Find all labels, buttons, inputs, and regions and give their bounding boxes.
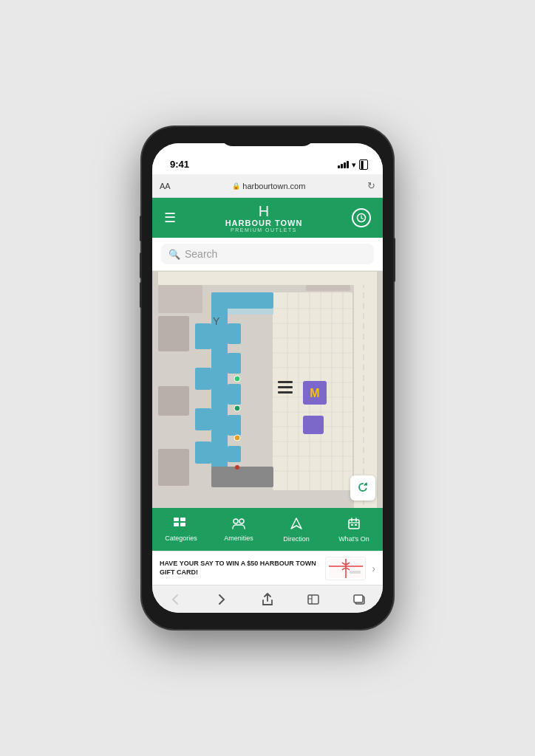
status-bar: 9:41 ▾ ▌ (152, 143, 383, 174)
svg-point-45 (234, 376, 240, 382)
direction-label: Direction (283, 535, 310, 543)
svg-rect-74 (354, 595, 363, 602)
nav-categories[interactable]: Categories (152, 518, 210, 542)
app-header: ☰ H HARBOUR TOWN PREMIUM OUTLETS (152, 198, 383, 238)
search-bar[interactable]: 🔍 Search (152, 238, 383, 271)
status-time: 9:41 (167, 159, 189, 170)
nav-direction[interactable]: Direction (268, 517, 325, 543)
search-input-wrap[interactable]: 🔍 Search (161, 244, 374, 264)
safari-share-button[interactable] (254, 586, 281, 613)
svg-rect-57 (180, 518, 185, 521)
amenities-icon (231, 518, 246, 533)
nav-whats-on[interactable]: What's On (325, 517, 383, 543)
browser-aa-button[interactable]: AA (160, 182, 171, 190)
categories-label: Categories (165, 535, 197, 542)
svg-rect-28 (211, 467, 273, 487)
svg-rect-56 (174, 523, 179, 526)
phone-screen: 9:41 ▾ ▌ AA 🔒 harbourtown.com ↻ (152, 143, 383, 613)
svg-point-48 (235, 465, 239, 470)
svg-rect-52 (158, 449, 189, 486)
promo-image (325, 557, 366, 580)
map-reset-button[interactable] (350, 475, 375, 501)
svg-text:M: M (310, 387, 319, 399)
svg-text:Y: Y (213, 315, 220, 327)
svg-rect-65 (351, 524, 353, 526)
status-icons: ▾ ▌ (338, 159, 368, 170)
battery-icon: ▌ (359, 159, 368, 170)
safari-forward-button[interactable] (208, 586, 235, 613)
direction-icon (290, 517, 303, 534)
svg-point-59 (234, 519, 238, 523)
map-container: M Y (152, 271, 383, 508)
svg-rect-35 (228, 353, 241, 374)
svg-rect-51 (158, 386, 189, 416)
svg-rect-41 (303, 416, 324, 434)
logo-h-letter: H (259, 204, 269, 219)
hamburger-menu-icon[interactable]: ☰ (164, 211, 176, 224)
browser-bar: AA 🔒 harbourtown.com ↻ (152, 174, 383, 198)
safari-bookmarks-button[interactable] (300, 586, 327, 613)
svg-rect-71 (350, 571, 361, 574)
svg-point-47 (234, 435, 240, 441)
svg-rect-32 (195, 441, 211, 464)
browser-url-text: harbourtown.com (242, 182, 305, 190)
search-input[interactable]: Search (185, 248, 217, 260)
svg-rect-54 (306, 285, 350, 291)
bottom-nav: Categories Amenities Dir (152, 508, 383, 551)
safari-tabs-button[interactable] (347, 586, 373, 613)
svg-rect-31 (195, 408, 211, 430)
signal-icon (338, 161, 349, 168)
svg-rect-66 (355, 524, 357, 526)
nav-amenities[interactable]: Amenities (210, 518, 268, 542)
logo-name: HARBOUR TOWN (225, 219, 303, 227)
svg-rect-34 (228, 323, 241, 344)
svg-rect-30 (195, 368, 211, 390)
whats-on-label: What's On (338, 535, 369, 543)
svg-rect-43 (278, 386, 293, 388)
svg-rect-55 (174, 518, 179, 521)
svg-rect-36 (228, 384, 241, 405)
wifi-icon: ▾ (352, 160, 356, 170)
promo-banner[interactable]: HAVE YOUR SAY TO WIN A $50 HARBOUR TOWN … (152, 551, 383, 585)
whats-on-icon (347, 517, 361, 534)
svg-rect-42 (278, 381, 293, 383)
svg-rect-33 (228, 309, 273, 315)
phone-notch (219, 127, 316, 146)
safari-back-button[interactable] (162, 586, 188, 613)
svg-line-2 (361, 219, 364, 219)
promo-text: HAVE YOUR SAY TO WIN A $50 HARBOUR TOWN … (160, 560, 319, 577)
map-area[interactable]: M Y (152, 271, 383, 508)
svg-point-60 (239, 519, 244, 523)
svg-rect-58 (180, 523, 185, 526)
amenities-label: Amenities (224, 535, 253, 542)
svg-rect-53 (158, 285, 202, 313)
svg-rect-4 (354, 272, 377, 508)
svg-rect-38 (228, 446, 241, 462)
svg-rect-37 (228, 415, 241, 436)
refresh-button[interactable]: ↻ (367, 180, 375, 191)
svg-rect-61 (349, 520, 359, 529)
logo-sub: PREMIUM OUTLETS (231, 227, 297, 233)
clock-button[interactable] (352, 208, 371, 227)
svg-rect-50 (158, 316, 189, 351)
browser-url-area[interactable]: 🔒 harbourtown.com (171, 182, 367, 190)
promo-arrow[interactable]: › (372, 563, 375, 574)
svg-rect-44 (278, 391, 293, 394)
safari-bar (152, 585, 383, 613)
svg-rect-72 (308, 595, 318, 604)
categories-icon (174, 518, 188, 533)
logo-area: H HARBOUR TOWN PREMIUM OUTLETS (225, 204, 303, 233)
svg-rect-29 (195, 323, 211, 349)
svg-rect-6 (158, 272, 377, 285)
search-icon: 🔍 (168, 249, 180, 260)
svg-point-46 (234, 405, 240, 411)
phone-frame: 9:41 ▾ ▌ AA 🔒 harbourtown.com ↻ (142, 127, 393, 629)
lock-icon: 🔒 (232, 182, 240, 190)
